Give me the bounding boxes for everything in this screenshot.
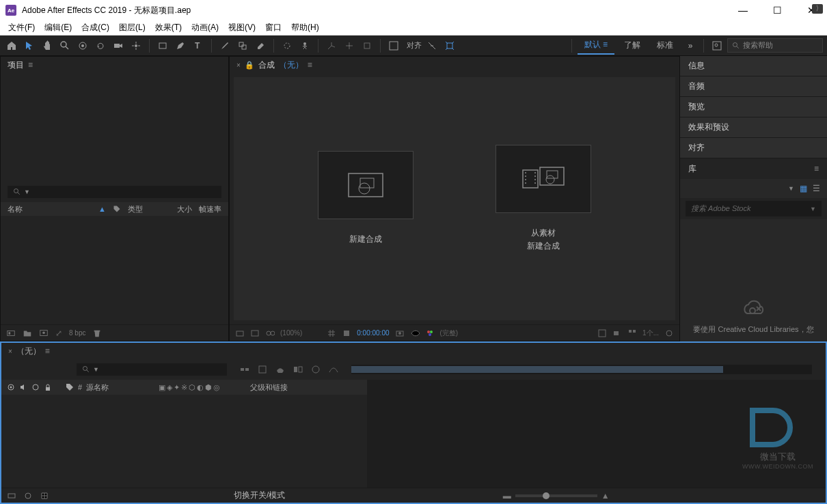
label-icon[interactable] — [113, 205, 121, 213]
close-tab-icon[interactable]: × — [236, 61, 241, 69]
menu-help[interactable]: 帮助(H) — [287, 20, 323, 35]
view-count[interactable]: 1个... — [642, 328, 659, 338]
menu-window[interactable]: 窗口 — [261, 20, 286, 35]
camera-view-icon[interactable] — [612, 328, 622, 338]
col-type[interactable]: 类型 — [128, 204, 143, 214]
roto-tool[interactable] — [280, 38, 295, 53]
draft-3d-icon[interactable] — [257, 364, 268, 375]
toggle-switch-icon[interactable] — [7, 491, 16, 501]
minimize-button[interactable]: — — [733, 5, 753, 16]
lock-col-icon[interactable] — [44, 383, 52, 391]
lock-icon[interactable]: 🔒 — [245, 61, 254, 70]
preview-panel-tab[interactable]: 预览 — [680, 97, 827, 117]
lib-search-input[interactable]: 搜索 Adobe Stock ▼ — [686, 201, 822, 216]
hand-tool[interactable] — [40, 38, 55, 53]
align-panel-tab[interactable]: 对齐 — [680, 138, 827, 158]
color-icon[interactable] — [425, 328, 435, 338]
panel-menu-icon[interactable]: ≡ — [28, 60, 33, 70]
resolution-icon[interactable] — [250, 328, 260, 338]
eraser-tool[interactable] — [253, 38, 268, 53]
interpret-icon[interactable] — [6, 328, 16, 338]
switches-label[interactable]: 切换开关/模式 — [234, 490, 285, 501]
rectangle-tool[interactable] — [155, 38, 170, 53]
camera-tool[interactable] — [111, 38, 126, 53]
parent-col[interactable]: 父级和链接 — [250, 382, 288, 393]
help-search-input[interactable]: 搜索帮助 — [727, 38, 823, 53]
speaker-icon[interactable] — [19, 383, 27, 391]
trash-icon[interactable] — [92, 328, 102, 338]
pen-tool[interactable] — [173, 38, 188, 53]
expand-icon[interactable] — [40, 491, 49, 501]
timeline-zoom-slider[interactable]: ▬ ▲ — [292, 491, 820, 501]
orbit-tool[interactable] — [75, 38, 90, 53]
grid-view-icon[interactable]: ▦ — [800, 184, 807, 193]
col-name[interactable]: 名称 — [8, 204, 92, 214]
workspace-learn[interactable]: 了解 — [617, 37, 647, 54]
menu-layer[interactable]: 图层(L) — [115, 20, 150, 35]
menu-effect[interactable]: 效果(T) — [151, 20, 186, 35]
pan-behind-tool[interactable] — [128, 38, 144, 53]
panel-menu-icon[interactable]: ≡ — [814, 164, 819, 173]
source-name-col[interactable]: 源名称 — [86, 382, 154, 393]
snap-checkbox[interactable] — [386, 38, 401, 53]
view-axis-tool[interactable] — [360, 38, 375, 53]
toggle-mode-icon[interactable] — [23, 491, 33, 501]
list-view-icon[interactable]: ☰ — [813, 184, 820, 193]
project-list[interactable] — [1, 216, 228, 324]
brush-tool[interactable] — [217, 38, 232, 53]
snapshot-icon[interactable] — [395, 328, 405, 338]
timeline-work-area[interactable] — [351, 365, 812, 374]
3d-glasses-icon[interactable] — [265, 328, 275, 338]
menu-view[interactable]: 视图(V) — [224, 20, 260, 35]
lib-dropdown[interactable]: ▼ — [788, 185, 794, 192]
zoom-percent[interactable]: (100%) — [280, 329, 302, 337]
workspace-standard[interactable]: 标准 — [650, 37, 680, 54]
menu-animation[interactable]: 动画(A) — [187, 20, 223, 35]
time-ruler[interactable] — [367, 380, 826, 395]
magnify-icon[interactable] — [235, 328, 245, 338]
snap-edge-icon[interactable] — [424, 38, 439, 53]
col-fps[interactable]: 帧速率 — [199, 204, 221, 214]
timeline-search-input[interactable]: ▼ — [77, 363, 227, 376]
switches-cols[interactable]: ▣◈✦※⬡◐⬢◎ — [159, 383, 221, 392]
world-axis-tool[interactable] — [342, 38, 357, 53]
maximize-button[interactable]: ☐ — [767, 5, 787, 16]
project-search-input[interactable]: ▼ — [8, 186, 221, 198]
resolution-label[interactable]: (完整) — [440, 328, 459, 338]
folder-icon[interactable] — [23, 328, 32, 338]
effects-panel-tab[interactable]: 效果和预设 — [680, 117, 827, 138]
view-icon[interactable] — [597, 328, 607, 338]
rotate-tool[interactable] — [93, 38, 108, 53]
audio-panel-tab[interactable]: 音频 — [680, 76, 827, 97]
comp-mini-flowchart-icon[interactable] — [239, 364, 250, 375]
col-size[interactable]: 大小 — [177, 204, 192, 214]
grid-icon[interactable] — [327, 328, 336, 338]
menu-edit[interactable]: 编辑(E) — [40, 20, 76, 35]
solo-icon[interactable] — [31, 383, 40, 391]
multi-view-icon[interactable] — [627, 328, 637, 338]
text-tool[interactable]: T — [191, 38, 206, 53]
workspace-more[interactable]: » — [683, 38, 698, 53]
puppet-tool[interactable] — [297, 38, 312, 53]
sort-icon[interactable]: ▲ — [98, 205, 106, 213]
panel-menu-icon[interactable]: ≡ — [45, 346, 50, 356]
local-axis-tool[interactable] — [324, 38, 339, 53]
clone-tool[interactable] — [235, 38, 250, 53]
new-comp-icon[interactable] — [39, 328, 49, 338]
project-tab-label[interactable]: 项目 — [8, 59, 24, 71]
new-from-footage-tile[interactable]: 从素材新建合成 — [482, 145, 605, 253]
search-all-icon[interactable] — [709, 38, 724, 53]
panel-menu-icon[interactable]: ≡ — [308, 60, 312, 70]
selection-tool[interactable] — [22, 38, 37, 53]
motion-blur-icon[interactable] — [310, 364, 321, 375]
frame-blend-icon[interactable] — [293, 364, 303, 375]
close-tab-icon[interactable]: × — [8, 348, 12, 355]
label-col-icon[interactable] — [66, 383, 74, 391]
index-col[interactable]: # — [78, 383, 82, 391]
mask-icon[interactable] — [342, 328, 351, 338]
show-snapshot-icon[interactable] — [410, 328, 420, 338]
eye-icon[interactable] — [7, 383, 15, 391]
home-tool[interactable] — [4, 38, 19, 53]
workspace-default[interactable]: 默认 ≡ — [578, 36, 614, 55]
graph-editor-icon[interactable] — [328, 364, 339, 375]
